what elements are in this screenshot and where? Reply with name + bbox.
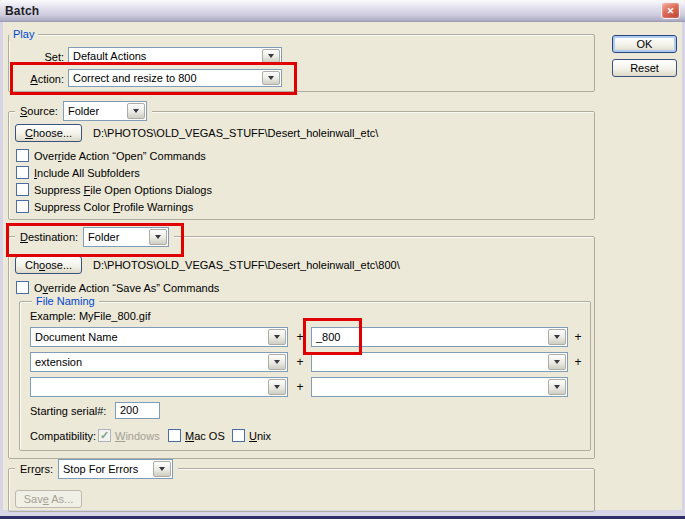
errors-select-value: Stop For Errors [59,462,152,476]
checkbox-include-subfolders[interactable] [16,166,29,179]
window-frame-left [0,22,3,519]
source-type-select[interactable]: Folder [63,101,147,121]
source-legend: Source: Folder [15,101,152,121]
titlebar[interactable]: Batch ✕ [0,0,685,22]
checkbox-unix[interactable] [232,429,245,442]
ok-button[interactable]: OK [612,35,677,53]
chevron-down-icon[interactable] [268,379,286,395]
play-group: Play Set: Default Actions Action: Correc… [8,34,595,92]
checkbox-override-open[interactable] [16,149,29,162]
destination-group: Destination: Folder Choose... D:\PHOTOS\… [8,236,595,459]
chevron-down-icon[interactable] [548,379,566,395]
reset-button[interactable]: Reset [612,59,677,77]
check-icon: ✓ [99,430,110,441]
window-title: Batch [5,4,39,18]
naming-part-3-value: extension [31,355,267,369]
chevron-down-icon[interactable] [149,229,167,245]
chevron-down-icon[interactable] [127,103,145,119]
naming-part-2-value: _800 [312,330,547,344]
chevron-down-icon[interactable] [548,354,566,370]
chevron-down-icon[interactable] [268,329,286,345]
set-select-value: Default Actions [69,49,261,63]
destination-type-select[interactable]: Folder [83,227,169,247]
naming-part-2-select[interactable]: _800 [311,327,568,347]
label-unix: Unix [249,430,271,443]
close-button[interactable]: ✕ [661,2,680,19]
batch-dialog: Batch ✕ Play Set: Default Actions Action… [0,0,685,519]
source-group: Source: Folder Choose... D:\PHOTOS\OLD_V… [8,111,595,220]
destination-type-value: Folder [84,230,148,244]
label-override-open: Override Action “Open” Commands [34,150,206,163]
naming-part-1-value: Document Name [31,330,267,344]
destination-path: D:\PHOTOS\OLD_VEGAS_STUFF\Desert_holeinw… [93,259,400,272]
errors-group: Errors: Stop For Errors Save As... [8,468,595,512]
set-select[interactable]: Default Actions [68,47,282,65]
chevron-down-icon[interactable] [262,49,280,63]
close-icon: ✕ [667,6,675,16]
naming-part-3-select[interactable]: extension [30,352,288,372]
action-select-value: Correct and resize to 800 [69,71,261,85]
plus-separator: + [294,380,306,394]
plus-separator: + [572,355,584,369]
file-naming-group: File Naming Example: MyFile_800.gif Docu… [19,301,591,451]
set-label: Set: [10,51,64,64]
action-label: Action: [10,73,64,86]
starting-serial-input[interactable]: 200 [115,402,160,419]
checkbox-suppress-file-open-dialogs[interactable] [16,183,29,196]
plus-separator: + [294,330,306,344]
file-naming-example: Example: MyFile_800.gif [30,310,150,323]
label-suppress-file-open-dialogs: Suppress File Open Options Dialogs [34,184,212,197]
save-as-button: Save As... [15,490,82,508]
naming-part-4-select[interactable] [311,352,568,372]
source-label: Source: [20,105,58,118]
destination-legend: Destination: Folder [15,227,174,247]
errors-legend: Errors: Stop For Errors [15,459,178,479]
checkbox-mac-os[interactable] [168,429,181,442]
naming-part-5-select[interactable] [30,377,288,397]
errors-select[interactable]: Stop For Errors [58,459,173,479]
checkbox-suppress-color-profile[interactable] [16,200,29,213]
destination-label: Destination: [20,231,78,244]
naming-part-1-select[interactable]: Document Name [30,327,288,347]
action-select[interactable]: Correct and resize to 800 [68,69,282,87]
chevron-down-icon[interactable] [268,354,286,370]
source-path: D:\PHOTOS\OLD_VEGAS_STUFF\Desert_holeinw… [93,127,378,140]
plus-separator: + [294,355,306,369]
label-suppress-color-profile: Suppress Color Profile Warnings [34,201,193,214]
starting-serial-label: Starting serial#: [30,405,106,418]
label-mac-os: Mac OS [185,430,225,443]
file-naming-caption: File Naming [32,295,99,308]
label-override-save-as: Override Action “Save As” Commands [34,282,219,295]
chevron-down-icon[interactable] [153,461,171,477]
play-caption: Play [9,28,38,41]
plus-separator: + [572,330,584,344]
compatibility-label: Compatibility: [30,430,96,443]
checkbox-windows: ✓ [98,429,111,442]
label-windows: Windows [115,430,160,443]
naming-part-6-select[interactable] [311,377,568,397]
chevron-down-icon[interactable] [262,71,280,85]
destination-choose-button[interactable]: Choose... [15,256,82,274]
checkbox-override-save-as[interactable] [16,281,29,294]
errors-label: Errors: [20,463,53,476]
source-type-value: Folder [64,104,126,118]
chevron-down-icon[interactable] [548,329,566,345]
label-include-subfolders: Include All Subfolders [34,167,140,180]
source-choose-button[interactable]: Choose... [15,124,82,142]
